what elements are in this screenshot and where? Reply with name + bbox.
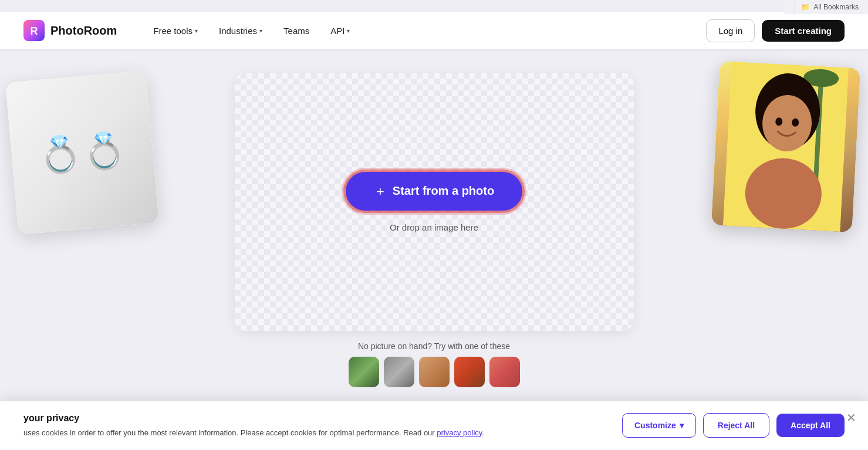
photoroom-logo-icon: R <box>23 20 45 41</box>
cookie-close-button[interactable]: ✕ <box>846 411 856 425</box>
api-chevron-icon: ▾ <box>347 28 350 34</box>
sample-thumb-3[interactable] <box>419 357 450 387</box>
plus-icon: ＋ <box>374 182 387 200</box>
sample-thumb-2[interactable] <box>384 357 414 387</box>
bookmark-bar: 📁 All Bookmarks <box>785 0 868 14</box>
cookie-title-text: your privacy <box>23 413 79 423</box>
bookmark-separator <box>795 2 795 12</box>
samples-label: No picture on hand? Try with one of thes… <box>235 341 634 351</box>
side-image-jewelry: 💍💍 <box>5 70 159 235</box>
person-bg <box>711 61 860 232</box>
free-tools-chevron-icon: ▾ <box>195 28 198 34</box>
jewelry-decoration: 💍💍 <box>36 128 128 177</box>
teams-label: Teams <box>283 26 309 36</box>
samples-section: No picture on hand? Try with one of thes… <box>235 341 634 387</box>
cookie-title: your privacy <box>23 413 610 424</box>
navbar: R PhotoRoom Free tools ▾ Industries ▾ Te… <box>0 12 868 49</box>
logo-text: PhotoRoom <box>50 24 117 38</box>
nav-actions: Log in Start creating <box>706 19 845 42</box>
privacy-policy-link[interactable]: privacy policy <box>437 428 482 437</box>
customize-label: Customize <box>634 421 676 430</box>
upload-container: ＋ Start from a photo Or drop an image he… <box>235 73 634 387</box>
main-content: 💍💍 ＋ Start from a photo Or drop an image… <box>0 0 868 450</box>
reject-all-button[interactable]: Reject All <box>703 413 769 438</box>
folder-icon: 📁 <box>801 3 810 11</box>
samples-row <box>235 357 634 387</box>
customize-button[interactable]: Customize ▾ <box>622 413 696 438</box>
svg-text:R: R <box>31 25 38 37</box>
cookie-body: uses cookies in order to offer you the m… <box>23 428 437 437</box>
upload-area[interactable]: ＋ Start from a photo Or drop an image he… <box>235 73 634 331</box>
nav-industries[interactable]: Industries ▾ <box>211 21 271 40</box>
industries-chevron-icon: ▾ <box>259 28 262 34</box>
logo-area[interactable]: R PhotoRoom <box>23 20 117 41</box>
sample-thumb-4[interactable] <box>454 357 485 387</box>
sample-thumb-1[interactable] <box>349 357 379 387</box>
nav-api[interactable]: API ▾ <box>322 21 358 40</box>
upload-content: ＋ Start from a photo Or drop an image he… <box>346 172 522 232</box>
jewelry-bg: 💍💍 <box>5 70 159 235</box>
nav-links: Free tools ▾ Industries ▾ Teams API ▾ <box>145 21 706 40</box>
login-button[interactable]: Log in <box>706 19 755 42</box>
cookie-banner: your privacy uses cookies in order to of… <box>0 401 868 451</box>
all-bookmarks-label[interactable]: All Bookmarks <box>813 3 859 11</box>
start-from-photo-button[interactable]: ＋ Start from a photo <box>346 172 522 211</box>
cookie-actions: Customize ▾ Reject All Accept All <box>622 413 845 438</box>
industries-label: Industries <box>219 26 257 36</box>
api-label: API <box>330 26 345 36</box>
cookie-body-text: uses cookies in order to offer you the m… <box>23 427 610 439</box>
nav-teams[interactable]: Teams <box>275 21 318 40</box>
cookie-content: your privacy uses cookies in order to of… <box>23 413 610 439</box>
side-image-person <box>711 61 860 232</box>
person-silhouette-svg <box>723 62 849 232</box>
free-tools-label: Free tools <box>153 26 192 36</box>
upload-button-label: Start from a photo <box>393 184 494 198</box>
start-creating-button[interactable]: Start creating <box>762 20 845 42</box>
accept-all-button[interactable]: Accept All <box>776 414 845 437</box>
customize-chevron-icon: ▾ <box>680 421 684 430</box>
nav-free-tools[interactable]: Free tools ▾ <box>145 21 206 40</box>
sample-thumb-5[interactable] <box>489 357 520 387</box>
drop-text: Or drop an image here <box>390 222 478 232</box>
